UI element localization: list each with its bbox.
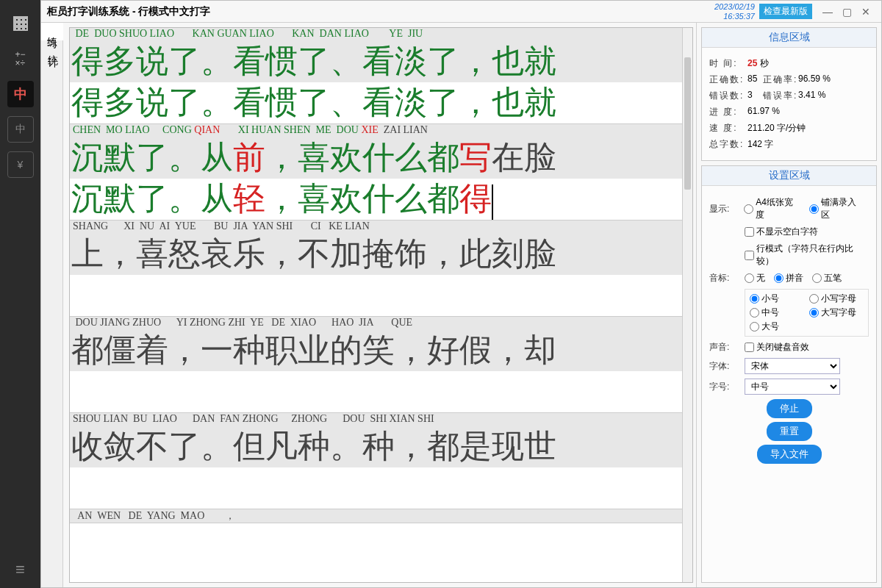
pinyin-row: DE DUO SHUO LIAO KAN GUAN LIAO KAN DAN L… xyxy=(70,28,682,41)
app-window: 柜员打字训练系统 - 行模式中文打字 2023/02/19 16:35:37 检… xyxy=(40,0,882,588)
scrollbar[interactable] xyxy=(682,28,692,582)
pinyin-row: DOU JIANG ZHUO YI ZHONG ZHI YE DE XIAO H… xyxy=(70,317,682,330)
phonetic-none-radio[interactable]: 无 xyxy=(745,272,765,284)
input-text-row[interactable] xyxy=(70,371,682,412)
fontsize-select[interactable]: 中号 xyxy=(745,379,840,395)
rail-zh-active-icon[interactable]: 中 xyxy=(7,81,34,107)
pinyin-row: AN WEN DE YANG MAO ， xyxy=(70,509,682,523)
settings-title: 设置区域 xyxy=(702,166,876,186)
rail-zh-icon[interactable]: 中 xyxy=(7,116,34,143)
line-block: SHANG XI NU AI YUE BU JIA YAN SHI CI KE … xyxy=(70,220,682,317)
right-panel: 信息区域 时 间:25 秒 正确数:85正确率:96.59 % 错误数:3错误率… xyxy=(696,23,881,587)
input-text-row[interactable] xyxy=(70,275,682,316)
size-small-radio[interactable]: 小号 xyxy=(750,293,800,305)
line-block: AN WEN DE YANG MAO ， xyxy=(70,509,682,523)
rail-calc-icon[interactable]: +−×÷ xyxy=(7,46,34,72)
target-text-row: 沉默了。从前，喜欢什么都写在脸 xyxy=(70,137,682,179)
display-a4-radio[interactable]: A4纸张宽度 xyxy=(744,196,800,221)
tab-stats[interactable]: 统计 xyxy=(41,40,62,58)
phonetic-subgroup: 小号 小写字母 中号 大写字母 大号 xyxy=(745,289,869,337)
target-text-row: 收敛不了。但凡种。种，都是现世 xyxy=(70,426,682,467)
target-text-row: 得多说了。看惯了、看淡了，也就 xyxy=(70,41,682,82)
display-fill-radio[interactable]: 铺满录入区 xyxy=(809,196,864,221)
phonetic-pinyin-radio[interactable]: 拼音 xyxy=(774,272,803,284)
rail-apps-icon[interactable] xyxy=(7,187,34,213)
maximize-button[interactable]: ▢ xyxy=(837,4,856,19)
hide-blank-checkbox[interactable]: 不显示空白字符 xyxy=(745,226,818,238)
pinyin-row: SHOU LIAN BU LIAO DAN FAN ZHONG ZHONG DO… xyxy=(70,413,682,426)
app-rail: +−×÷ 中 中 ¥ ≡ xyxy=(0,0,40,588)
case-upper-radio[interactable]: 大写字母 xyxy=(809,306,860,319)
input-text-row[interactable]: 沉默了。从轻，喜欢什么都得 xyxy=(70,179,682,220)
line-block: DOU JIANG ZHUO YI ZHONG ZHI YE DE XIAO H… xyxy=(70,317,682,413)
side-tabs: 练习 统计 xyxy=(41,23,63,587)
minimize-button[interactable]: — xyxy=(818,4,837,19)
sound-off-checkbox[interactable]: 关闭键盘音效 xyxy=(745,341,809,354)
close-button[interactable]: ✕ xyxy=(856,4,875,19)
window-title: 柜员打字训练系统 - 行模式中文打字 xyxy=(47,5,210,18)
size-large-radio[interactable]: 大号 xyxy=(750,320,800,333)
info-title: 信息区域 xyxy=(702,28,876,48)
stop-button[interactable]: 停止 xyxy=(767,399,812,418)
input-text-row[interactable] xyxy=(70,467,682,509)
check-update-button[interactable]: 检查最新版 xyxy=(759,4,812,19)
timestamp: 2023/02/19 16:35:37 xyxy=(714,2,755,20)
size-medium-radio[interactable]: 中号 xyxy=(750,306,800,319)
info-card: 信息区域 时 间:25 秒 正确数:85正确率:96.59 % 错误数:3错误率… xyxy=(701,27,877,161)
tab-practice[interactable]: 练习 xyxy=(41,23,63,40)
titlebar: 柜员打字训练系统 - 行模式中文打字 2023/02/19 16:35:37 检… xyxy=(41,1,881,23)
target-text-row: 上，喜怒哀乐，不加掩饰，此刻脸 xyxy=(70,234,682,275)
reset-button[interactable]: 重置 xyxy=(767,422,812,441)
target-text-row: 都僵着，一种职业的笑，好假，却 xyxy=(70,330,682,371)
scrollbar-thumb[interactable] xyxy=(684,57,691,190)
rail-yen-icon[interactable]: ¥ xyxy=(7,151,34,178)
rail-grid-icon[interactable] xyxy=(7,10,34,37)
pinyin-row: SHANG XI NU AI YUE BU JIA YAN SHI CI KE … xyxy=(70,220,682,234)
typing-stage: DE DUO SHUO LIAO KAN GUAN LIAO KAN DAN L… xyxy=(63,23,696,587)
import-file-button[interactable]: 导入文件 xyxy=(757,445,822,464)
line-block: DE DUO SHUO LIAO KAN GUAN LIAO KAN DAN L… xyxy=(70,28,682,124)
line-block: SHOU LIAN BU LIAO DAN FAN ZHONG ZHONG DO… xyxy=(70,413,682,509)
rail-menu-icon[interactable]: ≡ xyxy=(15,560,25,579)
pinyin-row: CHEN MO LIAO CONG QIAN XI HUAN SHEN ME D… xyxy=(70,124,682,137)
settings-card: 设置区域 显示: A4纸张宽度 铺满录入区 不显示空白字符 行模式（字符只在行内… xyxy=(701,165,877,583)
phonetic-wubi-radio[interactable]: 五笔 xyxy=(812,272,842,284)
font-select[interactable]: 宋体 xyxy=(745,358,840,374)
line-block: CHEN MO LIAO CONG QIAN XI HUAN SHEN ME D… xyxy=(70,124,682,220)
input-text-row[interactable]: 得多说了。看惯了、看淡了，也就 xyxy=(70,82,682,123)
line-mode-checkbox[interactable]: 行模式（字符只在行内比较） xyxy=(745,243,864,268)
typing-lines: DE DUO SHUO LIAO KAN GUAN LIAO KAN DAN L… xyxy=(70,28,682,582)
case-lower-radio[interactable]: 小写字母 xyxy=(809,293,860,305)
